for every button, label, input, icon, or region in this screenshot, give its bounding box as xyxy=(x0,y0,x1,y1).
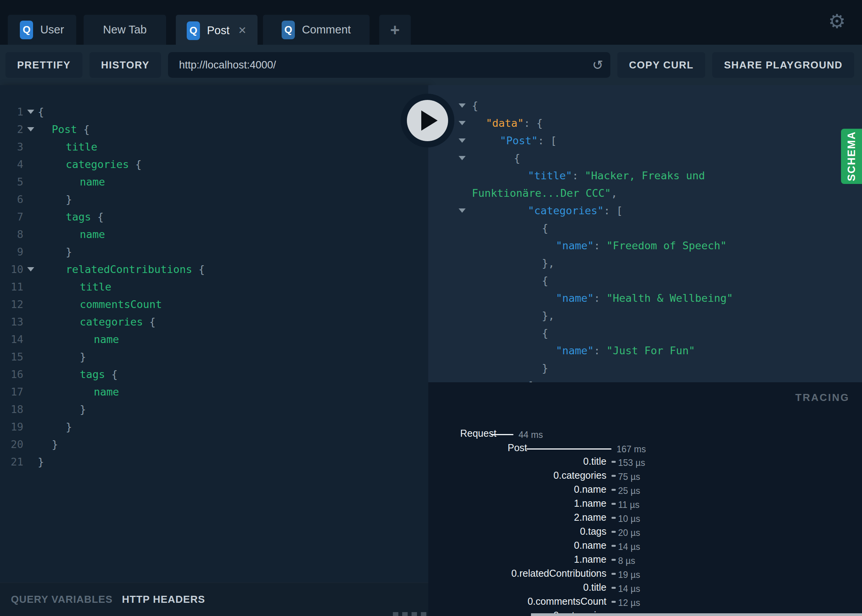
editor-line: 9} xyxy=(0,243,428,261)
code-text: Post { xyxy=(52,123,90,135)
schema-side-tab[interactable]: SCHEMA xyxy=(841,129,862,184)
line-number: 9 xyxy=(0,246,23,258)
http-headers-tab[interactable]: HTTP HEADERS xyxy=(122,593,205,606)
tracing-request-label: Request xyxy=(460,428,496,439)
settings-gear-icon[interactable]: ⚙ xyxy=(828,10,846,33)
share-playground-button[interactable]: SHARE PLAYGROUND xyxy=(712,52,854,78)
code-text: name xyxy=(80,228,105,240)
endpoint-url-field[interactable]: ↺ xyxy=(168,52,610,78)
tracing-row: 0.name25 µs xyxy=(428,484,862,498)
tracing-row-dash xyxy=(611,559,616,561)
fold-column xyxy=(459,121,469,125)
fold-arrow-icon[interactable] xyxy=(459,156,466,160)
line-number: 13 xyxy=(0,316,23,328)
tracing-row-time: 11 µs xyxy=(618,500,639,510)
code-text: title xyxy=(80,281,111,293)
response-text: }, xyxy=(542,257,555,269)
query-editor[interactable]: 1{2Post {3title4categories {5name6}7tags… xyxy=(0,85,428,583)
plus-icon: + xyxy=(390,22,400,38)
editor-line: 17name xyxy=(0,383,428,401)
code-text: tags { xyxy=(80,368,118,380)
fold-arrow-icon[interactable] xyxy=(459,103,466,108)
query-editor-pane: 1{2Post {3title4categories {5name6}7tags… xyxy=(0,85,428,616)
code-text: } xyxy=(80,403,86,415)
prettify-button[interactable]: PRETTIFY xyxy=(5,52,82,78)
code-text: name xyxy=(94,333,119,345)
code-text: name xyxy=(94,386,119,398)
close-tab-icon[interactable]: ✕ xyxy=(238,24,247,37)
fold-arrow-icon[interactable] xyxy=(27,267,34,271)
copy-curl-button[interactable]: COPY CURL xyxy=(617,52,705,78)
line-number: 2 xyxy=(0,123,23,135)
line-number: 18 xyxy=(0,403,23,415)
tracing-row-time: 153 µs xyxy=(618,458,645,468)
graphql-playground-window: QUserNew TabQPost✕QComment+ ⚙ PRETTIFY H… xyxy=(0,0,862,616)
fold-arrow-icon[interactable] xyxy=(459,121,466,125)
tracing-row-label: 0.name xyxy=(574,484,606,495)
line-number: 21 xyxy=(0,456,23,468)
tracing-row-time: 10 µs xyxy=(618,514,640,524)
tracing-row-label: 0.title xyxy=(583,582,606,593)
tab-new-tab[interactable]: New Tab xyxy=(84,15,166,45)
query-badge: Q xyxy=(187,21,200,40)
tab-new[interactable]: + xyxy=(379,15,411,45)
fold-column xyxy=(459,138,469,143)
editor-line: 7tags { xyxy=(0,208,428,226)
tracing-row: 0.name14 µs xyxy=(428,540,862,554)
tracing-panel: TRACING Request 44 ms Post 167 ms 0.titl… xyxy=(428,382,862,616)
line-number: 7 xyxy=(0,211,23,223)
endpoint-url-input[interactable] xyxy=(178,59,592,72)
editor-line: 20} xyxy=(0,436,428,453)
query-variables-tab[interactable]: QUERY VARIABLES xyxy=(11,593,113,606)
tracing-row-dash xyxy=(611,489,616,491)
line-number: 5 xyxy=(0,176,23,188)
response-text: "data": { xyxy=(486,117,543,129)
query-badge: Q xyxy=(20,21,33,39)
tab-label: Post xyxy=(207,24,230,37)
tracing-row: 0.relatedContributions19 µs xyxy=(428,568,862,582)
refresh-schema-icon[interactable]: ↺ xyxy=(592,57,604,73)
fold-arrow-icon[interactable] xyxy=(459,208,466,213)
execute-query-button[interactable] xyxy=(401,94,454,147)
tab-post[interactable]: QPost✕ xyxy=(176,15,258,46)
tracing-row-dash xyxy=(611,601,616,603)
response-line: Funktionäre...Der CCC", xyxy=(428,184,862,202)
tracing-row: 2.name10 µs xyxy=(428,512,862,526)
fold-column xyxy=(459,156,469,160)
tab-label: New Tab xyxy=(103,23,147,36)
horizontal-scrollbar[interactable] xyxy=(531,613,862,616)
editor-line: 5name xyxy=(0,173,428,191)
line-number: 10 xyxy=(0,263,23,275)
tracing-row-dash xyxy=(611,475,616,477)
tab-user[interactable]: QUser xyxy=(8,15,76,45)
response-text: Funktionäre...Der CCC", xyxy=(472,187,617,199)
response-text: "name": "Just For Fun" xyxy=(556,345,695,357)
tracing-row: 1.name11 µs xyxy=(428,498,862,512)
tracing-row-label: 1.name xyxy=(574,554,606,565)
response-line: { xyxy=(428,219,862,237)
tracing-row-time: 12 µs xyxy=(618,598,640,608)
line-number: 14 xyxy=(0,333,23,345)
tracing-row-dash xyxy=(611,517,616,519)
fold-arrow-icon[interactable] xyxy=(27,110,34,114)
code-text: relatedContributions { xyxy=(66,263,205,275)
response-text: { xyxy=(514,152,520,164)
tracing-row-label: 0.relatedContributions xyxy=(511,568,606,579)
response-pane: {"data": {"Post": [{"title": "Hacker, Fr… xyxy=(428,85,862,616)
tracing-request-time: 44 ms xyxy=(519,430,543,440)
code-text: categories { xyxy=(80,316,156,328)
tracing-post-label: Post xyxy=(508,442,527,453)
history-button[interactable]: HISTORY xyxy=(89,52,161,78)
tab-label: User xyxy=(40,23,64,36)
fold-arrow-icon[interactable] xyxy=(459,138,466,143)
editor-line: 6} xyxy=(0,191,428,208)
code-text: } xyxy=(38,456,44,468)
editor-line: 12commentsCount xyxy=(0,296,428,313)
tracing-row: 1.name8 µs xyxy=(428,554,862,568)
fold-arrow-icon[interactable] xyxy=(27,127,34,131)
play-icon xyxy=(421,110,438,131)
tab-comment[interactable]: QComment xyxy=(263,15,370,45)
response-line: }, xyxy=(428,254,862,272)
tracing-row-dash xyxy=(611,461,616,463)
response-viewer: {"data": {"Post": [{"title": "Hacker, Fr… xyxy=(428,85,862,394)
